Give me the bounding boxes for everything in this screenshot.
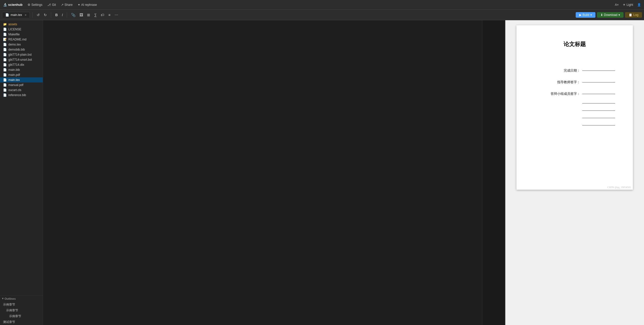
sidebar-item-demobib[interactable]: 📄 demobib.bib [0, 47, 43, 52]
sig-date-line [582, 71, 615, 71]
light-mode-label[interactable]: ☀ Light [623, 3, 633, 7]
sig-committee-row: 答辩小组成员签字： [529, 92, 620, 125]
more-button[interactable]: ⋯ [113, 12, 120, 18]
file-pdf-icon: 📄 [3, 73, 7, 77]
line-numbers [43, 20, 53, 325]
build-icon: ▶ [579, 13, 581, 17]
file-bib2-icon: 📄 [3, 68, 7, 72]
toolbar-separator-2 [51, 12, 51, 18]
main-tex-tab[interactable]: 📄 main.tex ✕ [2, 12, 30, 18]
outline-item-1[interactable]: 示例章节 [0, 308, 43, 313]
brand-name: scienhub [8, 3, 23, 7]
table-button[interactable]: ⊞ [86, 12, 92, 18]
toolbar-separator-3 [67, 12, 67, 18]
bold-button[interactable]: B [54, 12, 59, 18]
sidebar-item-makefile[interactable]: 📄 Makefile [0, 32, 43, 37]
undo-button[interactable]: ↺ [35, 12, 41, 18]
list-button[interactable]: ≡ [107, 12, 112, 18]
sidebar-item-reference-bib[interactable]: 📄 reference.bib [0, 93, 43, 98]
mode-toggle[interactable]: A× [615, 3, 619, 7]
download-button[interactable]: ⬇ Download ▾ [597, 12, 624, 18]
sig-advisor-row: 指导教师签字： [529, 80, 620, 84]
outline-item-0[interactable]: 示例章节 [0, 302, 43, 308]
file-bib-icon: 📄 [3, 48, 7, 51]
tag-button[interactable]: 🏷 [99, 12, 106, 18]
signature-section: 完成日期： 指导教师签字： 答辩小组成员签字： [529, 68, 620, 125]
watermark-text: CSDN @qq_19054565 [607, 186, 631, 189]
user-avatar[interactable]: 👤 [637, 3, 641, 7]
file-cls-icon: 📄 [3, 88, 7, 92]
editor-area [43, 20, 505, 325]
italic-button[interactable]: I [60, 12, 64, 18]
download-dropdown-icon: ▾ [618, 13, 620, 17]
file-icon: 📄 [5, 13, 9, 17]
file-dtx-icon: 📄 [3, 63, 7, 67]
sidebar-item-readme[interactable]: 📝 README.md [0, 37, 43, 42]
file-bst-icon: 📄 [3, 53, 7, 56]
redo-button[interactable]: ↻ [42, 12, 48, 18]
sidebar-item-assets[interactable]: 📁 assets [0, 22, 43, 27]
equation-button[interactable]: ∑ [93, 12, 98, 18]
sidebar-item-gbt7714-dtx[interactable]: 📄 gbt7714.dtx [0, 62, 43, 67]
preview-panel: 论文标题 完成日期： 指导教师签字： 答辩小组成员签字： [505, 20, 644, 325]
outline-item-2[interactable]: 示例章节 [0, 313, 43, 319]
sig-committee-line-3 [582, 111, 615, 111]
minimap [482, 20, 505, 325]
outline-item-3[interactable]: 测试章节 [0, 319, 43, 325]
main-layout: 📁 assets 📄 LICENSE 📄 Makefile 📝 README.m… [0, 20, 644, 325]
file-tex2-icon: 📄 [3, 78, 7, 82]
file-bst2-icon: 📄 [3, 58, 7, 61]
settings-menu-item[interactable]: ⚙ Settings [28, 3, 42, 7]
share-icon: ↗ [61, 3, 64, 7]
sig-committee-line-1 [582, 94, 615, 94]
git-menu-item[interactable]: ⎇ Git [47, 3, 56, 7]
sig-committee-line-4 [582, 118, 615, 118]
file-pdf2-icon: 📄 [3, 83, 7, 87]
sidebar-item-main-bib[interactable]: 📄 main.bib [0, 67, 43, 72]
sidebar-item-oucart-cls[interactable]: 📄 oucart.cls [0, 88, 43, 93]
preview-title: 论文标题 [529, 40, 620, 48]
build-button[interactable]: ▶ Build ▾ [576, 12, 595, 18]
sidebar-item-main-tex[interactable]: 📄 main.tex [0, 77, 43, 82]
file-tex-icon: 📄 [3, 43, 7, 46]
file-bib3-icon: 📄 [3, 93, 7, 97]
sidebar-item-manual-pdf[interactable]: 📄 manual.pdf [0, 82, 43, 88]
sun-icon: ☀ [623, 3, 626, 7]
sidebar-item-main-pdf[interactable]: 📄 main.pdf [0, 72, 43, 77]
ai-rephrase-menu-item[interactable]: ✦ AI rephrase [78, 3, 97, 7]
sig-date-label: 完成日期： [564, 68, 580, 73]
download-icon: ⬇ [600, 13, 603, 17]
minimap-content [482, 20, 505, 22]
chevron-down-icon: ▾ [2, 297, 4, 300]
sidebar-item-gbt7714-plain[interactable]: 📄 gbt7714-plain.bst [0, 52, 43, 57]
brand-logo: 🔬 scienhub [3, 3, 23, 7]
topbar-right: A× ☀ Light 👤 [615, 3, 641, 7]
log-icon: 📋 [629, 13, 632, 17]
file-md-icon: 📝 [3, 38, 7, 41]
folder-icon: 📁 [3, 23, 7, 26]
sig-date-row: 完成日期： [529, 68, 620, 73]
code-panel [43, 20, 482, 325]
toolbar-separator-1 [32, 12, 33, 18]
sig-committee-line-2 [582, 103, 615, 103]
attach-button[interactable]: 📎 [70, 12, 77, 18]
file-sidebar: 📁 assets 📄 LICENSE 📄 Makefile 📝 README.m… [0, 20, 43, 325]
share-menu-item[interactable]: ↗ Share [61, 3, 73, 7]
outline-section-header[interactable]: ▾ Outlines [0, 295, 43, 302]
image-button[interactable]: 🖼 [78, 12, 85, 18]
sidebar-item-demo-tex[interactable]: 📄 demo.tex [0, 42, 43, 47]
sidebar-item-gbt7714-unsrt[interactable]: 📄 gbt7714-unsrt.bst [0, 57, 43, 62]
editor-toolbar: 📄 main.tex ✕ ↺ ↻ B I 📎 🖼 ⊞ ∑ 🏷 ≡ ⋯ ▶ Bui… [0, 10, 644, 20]
sidebar-item-license[interactable]: 📄 LICENSE [0, 27, 43, 32]
git-icon: ⎇ [47, 3, 51, 7]
file-doc-icon-2: 📄 [3, 33, 7, 36]
code-editor[interactable] [53, 20, 482, 325]
log-button[interactable]: 📋 Log [625, 12, 642, 18]
sig-advisor-line [582, 82, 615, 82]
sig-committee-label: 答辩小组成员签字： [551, 92, 580, 96]
preview-page: 论文标题 完成日期： 指导教师签字： 答辩小组成员签字： [516, 25, 633, 190]
sig-committee-line-5 [582, 125, 615, 125]
close-tab-icon[interactable]: ✕ [25, 14, 27, 16]
toolbar-right-actions: ▶ Build ▾ ⬇ Download ▾ 📋 Log [576, 12, 642, 18]
sig-advisor-label: 指导教师签字： [557, 80, 580, 84]
